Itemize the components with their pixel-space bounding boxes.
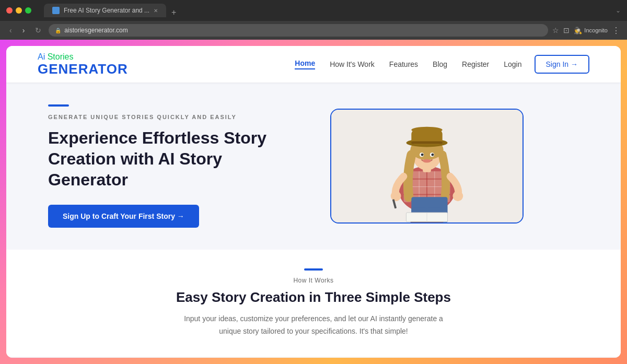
nav-home[interactable]: Home [295,59,315,69]
svg-point-16 [411,127,442,133]
how-it-works-section: How It Works Easy Story Creation in Thre… [6,250,621,357]
incognito-label: Incognito [584,27,608,33]
svg-point-20 [421,154,424,156]
svg-point-21 [431,154,434,156]
browser-chrome: Free AI Story Generator and ... ✕ + ⌄ ‹ … [0,0,627,40]
close-button[interactable] [6,7,13,14]
bookmark-icon[interactable]: ☆ [552,26,559,34]
browser-toolbar: ‹ › ↻ 🔒 aistoriesgenerator.com ☆ ⊡ 🕵 Inc… [0,21,627,40]
browser-content: Ai Stories GENERATOR Home How It's Work … [6,46,621,358]
hero-image-container [330,109,524,224]
lock-icon: 🔒 [55,28,61,33]
sign-in-button[interactable]: Sign In → [535,55,589,74]
extensions-icon[interactable]: ⊡ [563,26,570,34]
svg-rect-17 [411,142,442,144]
section-accent-line [304,268,323,271]
hero-illustration [331,109,522,224]
url-text: aistoriesgenerator.com [64,27,127,34]
hero-subheading: GENERATE UNIQUE STORIES QUICKLY AND EASI… [48,114,299,120]
active-tab[interactable]: Free AI Story Generator and ... ✕ [44,4,166,17]
svg-point-33 [391,191,401,201]
maximize-button[interactable] [25,7,31,14]
tab-favicon [52,7,60,14]
section-description: Input your ideas, customize your prefere… [183,313,444,338]
nav-features[interactable]: Features [389,60,418,68]
hero-accent-line [48,104,69,107]
tab-bar: Free AI Story Generator and ... ✕ + [40,4,182,17]
traffic-lights [6,7,31,14]
section-label: How It Works [38,277,589,284]
logo-generator: GENERATOR [38,62,128,77]
tab-close-icon[interactable]: ✕ [154,8,158,14]
nav-blog[interactable]: Blog [433,60,447,68]
address-bar[interactable]: 🔒 aistoriesgenerator.com [49,24,548,37]
window-controls: ⌄ [616,7,621,14]
incognito-icon: 🕵 [574,27,582,34]
hero-section: GENERATE UNIQUE STORIES QUICKLY AND EASI… [6,83,621,250]
svg-point-22 [423,159,431,163]
hero-image-area [330,109,524,224]
logo: Ai Stories GENERATOR [38,52,128,76]
incognito-badge: 🕵 Incognito [574,27,608,34]
nav-login[interactable]: Login [504,60,521,68]
minimize-button[interactable] [16,7,22,14]
nav-register[interactable]: Register [462,60,489,68]
refresh-button[interactable]: ↻ [32,25,44,36]
hero-heading: Experience Effortless Story Creation wit… [48,127,299,190]
forward-button[interactable]: › [19,25,28,36]
toolbar-right: ☆ ⊡ 🕵 Incognito ⋮ [552,26,621,36]
tab-title: Free AI Story Generator and ... [64,7,149,14]
logo-top-line: Ai Stories [38,52,128,62]
hero-cta-button[interactable]: Sign Up to Craft Your First Story → [48,205,199,228]
website: Ai Stories GENERATOR Home How It's Work … [6,46,621,358]
hero-content: GENERATE UNIQUE STORIES QUICKLY AND EASI… [48,104,299,228]
titlebar: Free AI Story Generator and ... ✕ + ⌄ [0,0,627,21]
back-button[interactable]: ‹ [6,25,15,36]
logo-ai: Ai [38,52,45,61]
browser-menu-button[interactable]: ⋮ [612,26,621,36]
nav-menu: Home How It's Work Features Blog Registe… [295,59,521,69]
svg-point-32 [452,191,463,201]
section-heading: Easy Story Creation in Three Simple Step… [38,289,589,306]
new-tab-button[interactable]: + [169,8,178,17]
logo-stories: Stories [45,52,73,61]
nav-how-it-works[interactable]: How It's Work [330,60,375,68]
site-header: Ai Stories GENERATOR Home How It's Work … [6,46,621,83]
